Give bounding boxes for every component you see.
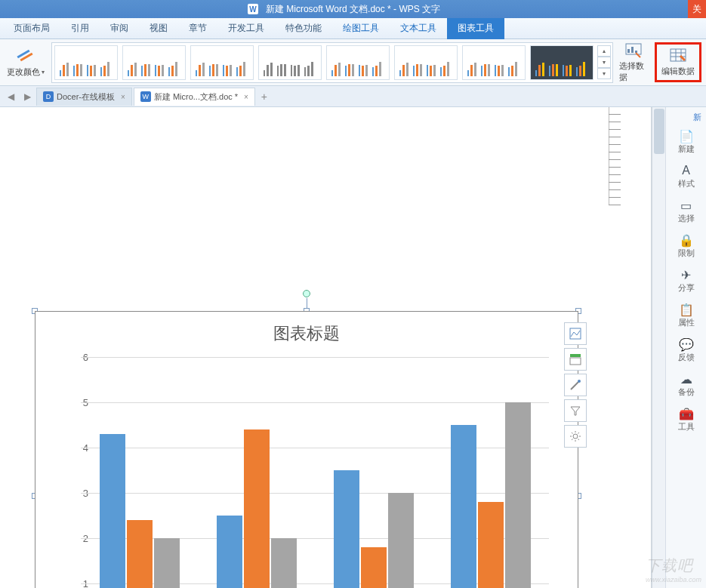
attr-icon: 📋 [679,303,694,316]
svg-point-13 [573,434,578,439]
chart-object[interactable]: 图表标题 0123456 类别1类别2类别3类别4 系列 1系列 2系列 3 [35,311,578,588]
edit-data-highlight-callout: 编辑数据 [655,42,701,82]
bar-group-3 [432,402,549,588]
bar-系列 3-类别2[interactable] [271,538,297,588]
title-bar: W 新建 Microsoft Word 文档.doc * - WPS 文字 关 [0,0,706,18]
backup-icon: ☁ [680,372,692,386]
bar-group-2 [315,470,432,588]
bar-系列 3-类别3[interactable] [388,493,414,588]
new2-icon: 📄 [679,129,694,143]
chart-selection[interactable]: 图表标题 0123456 类别1类别2类别3类别4 系列 1系列 2系列 3 [35,311,578,588]
edit-data-label: 编辑数据 [661,66,695,77]
style-thumb-5[interactable] [394,45,458,80]
sidepanel-style[interactable]: A样式 [671,161,702,192]
gallery-expand[interactable]: ▾ [597,68,611,79]
bar-group-1 [198,429,315,588]
chart-style-gallery: ▴ ▾ ▾ [51,42,613,83]
bar-系列 2-类别1[interactable] [127,520,153,588]
bar-group-0 [81,434,198,588]
select-data-icon [624,42,643,59]
style-thumb-4[interactable] [326,45,390,80]
sidepanel-label: 分享 [678,282,695,294]
bar-系列 1-类别1[interactable] [100,434,125,588]
workspace: 图表标题 0123456 类别1类别2类别3类别4 系列 1系列 2系列 3 [0,107,706,588]
color-swirl-icon [15,47,36,65]
sidepanel-label: 属性 [678,317,695,328]
chart-floating-tools [564,322,590,448]
sidepanel-new2[interactable]: 📄新建 [671,126,702,158]
document-area[interactable]: 图表标题 0123456 类别1类别2类别3类别4 系列 1系列 2系列 3 [0,107,652,588]
chart-filter-button[interactable] [564,399,587,422]
new-tab-button[interactable]: + [257,89,272,104]
menu-item-7[interactable]: 绘图工具 [332,18,390,39]
chart-settings-button[interactable] [564,425,587,448]
sidepanel-limit[interactable]: 🔒限制 [671,230,702,262]
menu-item-8[interactable]: 文本工具 [390,18,447,39]
doc-tab-icon: D [43,91,54,102]
main-menu-bar: 页面布局引用审阅视图章节开发工具特色功能绘图工具文本工具图表工具 [0,18,706,39]
gallery-scroller: ▴ ▾ ▾ [597,45,611,80]
chart-styles-button[interactable] [564,374,587,396]
gallery-scroll-up[interactable]: ▴ [597,45,611,57]
sidepanel-tools[interactable]: 🧰工具 [671,404,702,436]
menu-item-3[interactable]: 视图 [139,18,178,39]
menu-item-0[interactable]: 页面布局 [3,18,60,39]
sidepanel-feedback[interactable]: 💬反馈 [671,334,702,366]
rotate-handle[interactable] [303,290,310,297]
bar-系列 1-类别4[interactable] [451,425,476,588]
side-panel: 新📄新建A样式▭选择🔒限制✈分享📋属性💬反馈☁备份🧰工具 [665,107,706,588]
menu-item-4[interactable]: 章节 [178,18,217,39]
doc-tab-1[interactable]: W新建 Micro...文档.doc *× [134,88,255,106]
menu-item-6[interactable]: 特色功能 [275,18,332,39]
change-color-button[interactable]: 更改颜色 [5,47,47,78]
window-action-button[interactable]: 关 [688,0,706,18]
edit-data-button[interactable]: 编辑数据 [660,46,696,79]
style-thumb-7[interactable] [530,45,593,80]
svg-rect-10 [570,354,581,357]
sidepanel-label: 新建 [678,143,695,155]
doc-tab-close[interactable]: × [121,93,125,101]
select-icon: ▭ [680,199,692,212]
doc-tab-0[interactable]: DDocer-在线模板× [36,88,132,106]
limit-icon: 🔒 [679,233,694,247]
side-tab-new[interactable]: 新 [666,112,706,123]
menu-item-2[interactable]: 审阅 [100,18,139,39]
bar-系列 3-类别4[interactable] [505,402,531,588]
document-page: 图表标题 0123456 类别1类别2类别3类别4 系列 1系列 2系列 3 [0,107,636,588]
scrollbar-thumb[interactable] [654,109,664,154]
bar-系列 2-类别3[interactable] [361,547,387,588]
chart-plot-area[interactable] [81,357,549,588]
select-data-button[interactable]: 选择数据 [618,41,650,85]
bar-系列 1-类别3[interactable] [334,470,359,588]
tools-icon: 🧰 [679,407,694,420]
gallery-scroll-down[interactable]: ▾ [597,57,611,68]
bar-系列 2-类别2[interactable] [244,429,270,588]
bar-系列 3-类别1[interactable] [154,538,180,588]
tab-nav-forward[interactable]: ▶ [20,89,35,104]
chart-elements-button[interactable] [564,348,587,371]
sidepanel-label: 备份 [678,386,695,398]
menu-item-9[interactable]: 图表工具 [447,18,504,39]
svg-rect-11 [570,358,581,365]
style-thumb-2[interactable] [190,45,254,80]
bar-系列 2-类别4[interactable] [478,502,504,588]
vertical-ruler [609,107,621,205]
style-thumb-1[interactable] [122,45,186,80]
menu-item-5[interactable]: 开发工具 [217,18,275,39]
sidepanel-share[interactable]: ✈分享 [671,265,702,297]
sidepanel-backup[interactable]: ☁备份 [671,369,702,401]
menu-item-1[interactable]: 引用 [60,18,100,39]
edit-data-icon [669,48,687,64]
style-thumb-3[interactable] [258,45,322,80]
sidepanel-select[interactable]: ▭选择 [671,195,702,227]
change-color-label: 更改颜色 [7,66,45,78]
vertical-scrollbar[interactable] [652,107,665,588]
tab-nav-back[interactable]: ◀ [3,89,18,104]
doc-tab-close[interactable]: × [244,93,248,101]
sidepanel-attr[interactable]: 📋属性 [671,300,702,331]
bar-系列 1-类别2[interactable] [217,516,242,588]
chart-layout-button[interactable] [564,322,587,345]
style-thumb-6[interactable] [462,45,526,80]
style-thumb-0[interactable] [54,45,118,80]
chart-title[interactable]: 图表标题 [35,312,578,351]
